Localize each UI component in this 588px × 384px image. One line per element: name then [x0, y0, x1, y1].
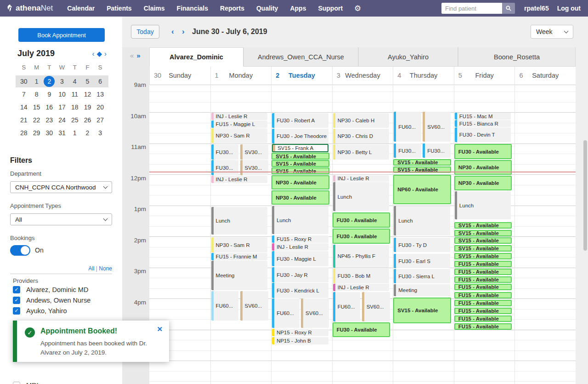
minical-day[interactable]: 17: [56, 101, 68, 114]
minical-day[interactable]: 21: [17, 114, 30, 126]
available-slot[interactable]: SV15 - Available: [393, 159, 451, 166]
minical-prev-icon[interactable]: ‹: [92, 50, 94, 57]
available-slot[interactable]: SV15 - Available: [454, 245, 512, 252]
appointment-block[interactable]: SV15 - Frank A: [272, 144, 328, 152]
minical-day[interactable]: 16: [43, 101, 56, 114]
appointment-block[interactable]: FU60...: [211, 291, 239, 321]
logout-link[interactable]: Log out: [557, 5, 581, 12]
appointment-block[interactable]: NP30 - Sam R: [211, 128, 268, 143]
appointment-block[interactable]: NP30 - Caleb H: [333, 113, 390, 128]
appointment-block[interactable]: FU15 - Frannie M: [211, 253, 268, 260]
appointment-block[interactable]: NP15 - John B: [272, 337, 328, 344]
minical-day[interactable]: 9: [43, 88, 56, 101]
department-select[interactable]: CNH_CCPN CCA Northwood: [10, 181, 112, 193]
nav-item-patients[interactable]: Patients: [101, 0, 137, 17]
minical-day[interactable]: 1: [68, 126, 81, 139]
appointment-block[interactable]: INJ - Leslie R: [211, 176, 268, 183]
appointment-block[interactable]: NP30 - Sam R: [211, 237, 268, 252]
day-header-thursday[interactable]: 4Thursday: [393, 67, 454, 85]
provider-checkbox-row[interactable]: ✓Andews, Owen Nurse: [13, 295, 114, 305]
appointment-block[interactable]: FU15 - Roxy R: [272, 235, 328, 243]
view-mode-select[interactable]: Week: [531, 25, 573, 39]
appointment-block[interactable]: FU15 - Mac M: [455, 113, 511, 120]
appointment-block[interactable]: FU30 - Robert A: [272, 113, 328, 128]
available-slot[interactable]: FU15 - Available: [454, 292, 512, 298]
available-slot[interactable]: FU15 - Available: [454, 261, 512, 267]
day-header-saturday[interactable]: 6Saturday: [514, 67, 576, 85]
next-week-chevron-icon[interactable]: ›: [182, 27, 185, 36]
nav-item-claims[interactable]: Claims: [138, 0, 171, 17]
appointment-block[interactable]: FU30...: [211, 144, 239, 160]
available-slot[interactable]: NP30 - Available: [271, 175, 329, 189]
day-header-wednesday[interactable]: 3Wednesday: [332, 67, 393, 85]
tab-ayuko_yahiro[interactable]: Ayuko_Yahiro: [358, 47, 458, 67]
appointment-block[interactable]: SV60...: [362, 292, 390, 321]
available-slot[interactable]: FU15 - Available: [454, 276, 512, 283]
available-slot[interactable]: FU15 - Available: [454, 323, 512, 330]
available-slot[interactable]: FU15 - Available: [454, 269, 512, 275]
available-slot[interactable]: SV15 - Available: [454, 222, 512, 229]
tab-andrews_owen_cca_nurse[interactable]: Andrews_Owen_CCA_Nurse: [243, 47, 358, 67]
checkbox-checked-icon[interactable]: ✓: [13, 286, 20, 293]
appointment-block[interactable]: FU30 - Joe Theodore: [272, 129, 328, 143]
minical-day[interactable]: 31: [56, 126, 68, 139]
minical-day[interactable]: 30: [17, 75, 30, 88]
available-slot[interactable]: NP30 - Available: [454, 176, 512, 190]
appointment-block[interactable]: FU60...: [272, 298, 300, 328]
book-appointment-button[interactable]: Book Appointment: [18, 28, 105, 42]
provider-checkbox-row[interactable]: MRI: [13, 380, 114, 384]
minical-day[interactable]: 27: [94, 114, 107, 126]
minical-day[interactable]: 20: [94, 101, 107, 114]
appointment-block[interactable]: SV30...: [240, 160, 268, 175]
minical-day[interactable]: 3: [56, 75, 68, 88]
appointment-block[interactable]: FU15 - Bianca R: [455, 120, 511, 127]
available-slot[interactable]: SV15 - Available: [454, 237, 512, 244]
day-header-tuesday[interactable]: 2Tuesday: [271, 67, 332, 85]
nav-item-reports[interactable]: Reports: [214, 0, 250, 17]
available-slot[interactable]: SV15 - Available: [271, 167, 329, 174]
appointment-block[interactable]: SV60...: [301, 298, 329, 328]
minical-day[interactable]: 13: [94, 88, 107, 101]
minical-today-icon[interactable]: ◆: [96, 50, 102, 58]
appointment-block[interactable]: Lunch: [394, 206, 450, 235]
available-slot[interactable]: NP30 - Available: [454, 160, 512, 175]
available-slot[interactable]: FU30 - Available: [333, 212, 390, 228]
nav-item-calendar[interactable]: Calendar: [61, 0, 101, 17]
minical-day[interactable]: 26: [81, 114, 94, 126]
nav-item-financials[interactable]: Financials: [171, 0, 214, 17]
minical-day[interactable]: 12: [81, 88, 94, 101]
prev-week-chevron-icon[interactable]: ‹: [171, 27, 174, 36]
available-slot[interactable]: NP60 - Available: [393, 175, 451, 204]
provider-checkbox-row[interactable]: ✓Ayuko, Yahiro: [13, 305, 114, 316]
appointment-types-select[interactable]: All: [10, 213, 112, 225]
appointment-block[interactable]: FU30 - Bob M: [333, 269, 390, 283]
minical-day[interactable]: 23: [43, 114, 56, 126]
appointment-block[interactable]: INJ - Leslie R: [272, 243, 328, 251]
appointment-block[interactable]: FU15 - Maggie L: [211, 120, 268, 128]
available-slot[interactable]: FU30 - Available: [333, 322, 390, 337]
scrollbar-thumb[interactable]: [583, 140, 587, 251]
tab-boone_rosetta[interactable]: Boone_Rosetta: [458, 47, 576, 67]
minical-day[interactable]: 5: [81, 75, 94, 88]
today-button[interactable]: Today: [131, 25, 159, 39]
appointment-block[interactable]: FU60...: [394, 112, 421, 142]
available-slot[interactable]: SV15 - Available: [271, 153, 329, 160]
minical-day[interactable]: 25: [68, 114, 81, 126]
minical-day[interactable]: 18: [68, 101, 81, 114]
appointment-block[interactable]: SV30...: [240, 144, 268, 160]
checkbox-unchecked-icon[interactable]: [13, 382, 20, 384]
minical-day[interactable]: 4: [68, 75, 81, 88]
appointment-block[interactable]: FU30 - Sierra L: [394, 269, 450, 283]
available-slot[interactable]: NP30 - Available: [271, 190, 329, 205]
select-all-link[interactable]: All: [88, 265, 94, 272]
minical-day[interactable]: 15: [30, 101, 43, 114]
appointment-block[interactable]: Lunch: [455, 191, 511, 219]
appointment-block[interactable]: FU30 - Earl S: [394, 254, 450, 268]
appointment-block[interactable]: INJ - Leslie R: [333, 175, 390, 182]
day-header-friday[interactable]: 5Friday: [454, 67, 515, 85]
available-slot[interactable]: FU15 - Available: [454, 308, 512, 314]
appointment-block[interactable]: NP30 - Betty L: [333, 144, 390, 160]
pager-prev-icon[interactable]: «: [130, 52, 134, 59]
minical-day[interactable]: 30: [43, 126, 56, 139]
nav-item-support[interactable]: Support: [312, 0, 349, 17]
